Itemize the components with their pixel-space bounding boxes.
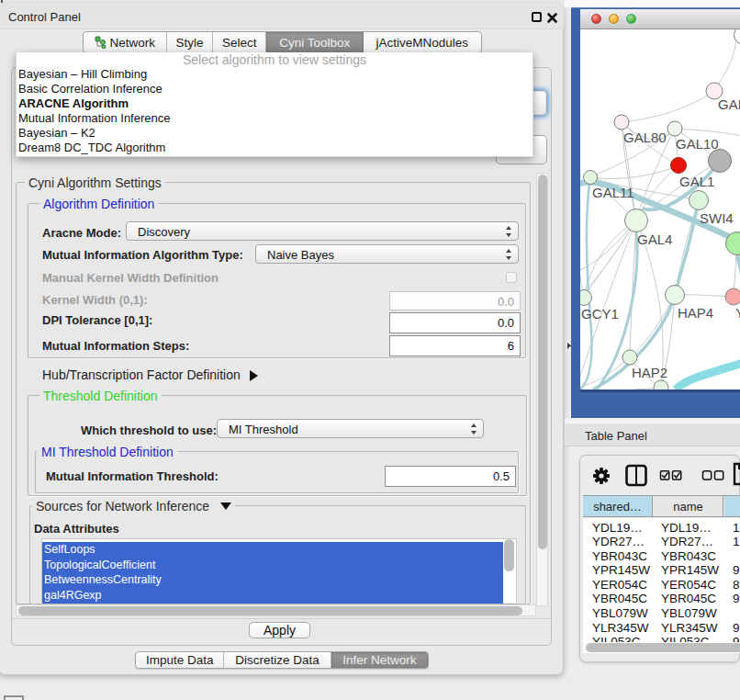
svg-text:Y: Y xyxy=(735,305,740,321)
svg-text:GAL10: GAL10 xyxy=(676,136,719,152)
svg-text:GAL11: GAL11 xyxy=(592,185,634,200)
svg-text:HAP2: HAP2 xyxy=(632,365,667,380)
svg-text:SWI4: SWI4 xyxy=(700,210,734,226)
svg-text:GAL: GAL xyxy=(718,96,740,112)
svg-text:HAP4: HAP4 xyxy=(678,305,713,321)
svg-text:GAL80: GAL80 xyxy=(623,130,667,145)
svg-text:GCY1: GCY1 xyxy=(581,306,619,322)
svg-text:GAL4: GAL4 xyxy=(637,231,672,247)
svg-text:GAL1: GAL1 xyxy=(679,174,714,189)
